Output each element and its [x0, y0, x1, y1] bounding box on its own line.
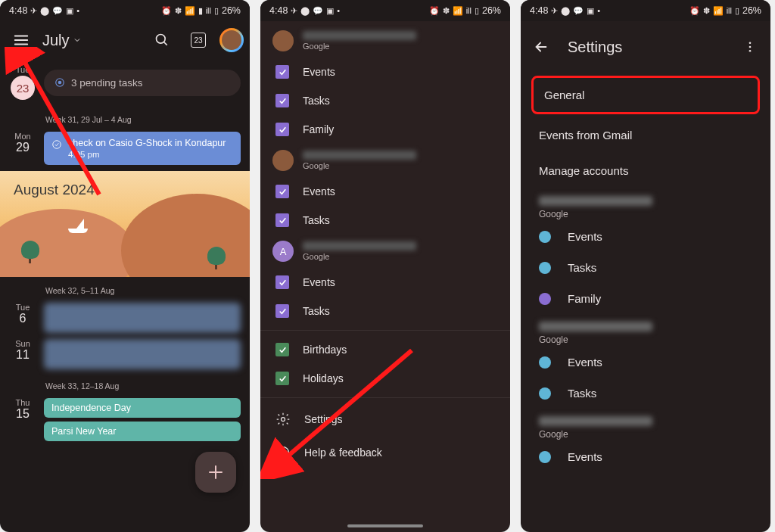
event-independence-day[interactable]: Independence Day	[44, 398, 241, 418]
divider	[260, 397, 510, 398]
drawer-calendar-tasks[interactable]: Tasks	[260, 297, 510, 325]
hamburger-menu-icon[interactable]	[6, 25, 36, 55]
settings-calendar-events[interactable]: Events	[521, 347, 770, 378]
more-vert-icon[interactable]	[739, 32, 761, 62]
account-avatar-icon	[272, 30, 294, 51]
drawer-calendar-events[interactable]: Events	[260, 58, 510, 86]
checkbox-checked-icon[interactable]	[275, 372, 289, 385]
checkbox-checked-icon[interactable]	[275, 65, 289, 79]
checkbox-checked-icon[interactable]	[275, 123, 289, 136]
color-bullet-icon	[539, 293, 551, 305]
status-bar: 4:48 ✈⬤💬▣• ⏰✽📶ill▯ 26%	[260, 0, 510, 21]
checkbox-checked-icon[interactable]	[275, 213, 289, 227]
drawer-help-feedback[interactable]: Help & feedback	[260, 436, 510, 469]
checkbox-checked-icon[interactable]	[275, 343, 289, 356]
drawer-calendar-events[interactable]: Events	[260, 177, 510, 206]
month-hero-august: August 2024	[0, 171, 250, 277]
event-row[interactable]: Mon 29 check on Casio G-Shock in Kondapu…	[0, 129, 250, 168]
signal2-icon: ill	[206, 7, 211, 15]
today-number: 23	[191, 33, 206, 48]
account-email-blurred	[303, 31, 416, 40]
account-avatar[interactable]	[219, 28, 244, 52]
drawer-calendar-tasks[interactable]: Tasks	[260, 86, 510, 115]
week-label: Week 33, 12–18 Aug	[0, 372, 250, 395]
settings-calendar-family[interactable]: Family	[521, 283, 770, 314]
account-provider: Google	[539, 209, 752, 219]
settings-calendar-events[interactable]: Events	[521, 221, 770, 252]
svg-point-10	[749, 50, 752, 52]
checkbox-checked-icon[interactable]	[275, 275, 289, 289]
search-icon[interactable]	[147, 25, 177, 55]
chat-icon: 💬	[52, 7, 63, 15]
more-icon: •	[76, 7, 79, 15]
gesture-nav-bar[interactable]	[347, 524, 423, 527]
blurred-event[interactable]	[44, 303, 241, 333]
checkbox-checked-icon[interactable]	[275, 304, 289, 318]
svg-point-8	[749, 42, 752, 44]
settings-general-highlighted[interactable]: General	[531, 76, 760, 114]
today-circle: 23	[11, 76, 35, 100]
drawer-calendar-events[interactable]: Events	[260, 268, 510, 297]
help-icon	[275, 445, 291, 460]
settings-manage-accounts[interactable]: Manage accounts	[521, 153, 770, 188]
wifi-icon: 📶	[185, 7, 195, 15]
drawer-account-row[interactable]: Google	[260, 24, 510, 58]
pending-tasks-row[interactable]: Tue 23 3 pending tasks	[0, 59, 250, 106]
settings-calendar-tasks[interactable]: Tasks	[521, 378, 770, 409]
account-email-blurred	[539, 196, 652, 206]
status-bar: 4:48 ✈ ⬤ 💬 ▣ • ⏰ ✽ 📶 ▮ ill ▯ 26%	[0, 0, 250, 21]
today-button[interactable]: 23	[183, 25, 213, 55]
telegram-icon: ✈	[30, 7, 37, 15]
month-dropdown[interactable]: July	[42, 32, 82, 49]
svg-point-5	[282, 418, 285, 422]
notif-icon: ⬤	[40, 7, 49, 15]
battery-pct: 26%	[222, 5, 241, 16]
color-bullet-icon	[539, 387, 551, 400]
signal-icon: ▮	[198, 7, 203, 15]
calendar-topbar: July 23	[0, 21, 250, 59]
color-bullet-icon	[539, 451, 551, 463]
account-avatar-letter: A	[272, 241, 294, 262]
settings-calendar-tasks[interactable]: Tasks	[521, 252, 770, 283]
settings-calendar-events[interactable]: Events	[521, 441, 770, 472]
drawer-account-row[interactable]: A Google	[260, 235, 510, 268]
status-bar: 4:48 ✈⬤💬▣• ⏰✽📶ill▯ 26%	[521, 0, 770, 21]
create-event-fab[interactable]	[195, 452, 236, 493]
checkbox-checked-icon[interactable]	[275, 94, 289, 107]
task-circle-icon	[54, 77, 65, 88]
event-time: 4:05 pm	[68, 150, 226, 159]
month-hero-title: August 2024	[14, 182, 95, 198]
divider	[260, 330, 510, 331]
drawer-holidays[interactable]: Holidays	[260, 364, 510, 393]
week-label: Week 31, 29 Jul – 4 Aug	[0, 106, 250, 129]
account-email-blurred	[303, 151, 416, 160]
battery-icon: ▯	[214, 7, 219, 15]
account-provider: Google	[303, 42, 416, 51]
settings-account-section: Google	[521, 314, 770, 347]
week-label: Week 32, 5–11 Aug	[0, 277, 250, 300]
task-check-icon	[51, 139, 62, 150]
settings-header: Settings	[521, 21, 770, 73]
back-arrow-icon[interactable]	[530, 32, 552, 62]
drawer-calendar-tasks[interactable]: Tasks	[260, 206, 510, 235]
color-bullet-icon	[539, 262, 551, 274]
color-bullet-icon	[539, 231, 551, 243]
event-parsi-new-year[interactable]: Parsi New Year	[44, 422, 241, 441]
event-title: check on Casio G-Shock in Kondapur	[68, 138, 226, 148]
drawer-account-row[interactable]: Google	[260, 144, 510, 177]
drawer-birthdays[interactable]: Birthdays	[260, 335, 510, 364]
drawer-calendar-family[interactable]: Family	[260, 115, 510, 144]
settings-events-from-gmail[interactable]: Events from Gmail	[521, 117, 770, 153]
account-email-blurred	[303, 241, 416, 250]
app-icon: ▣	[66, 7, 73, 15]
blurred-event[interactable]	[44, 339, 241, 369]
settings-account-section: Google	[521, 409, 770, 441]
screen-navigation-drawer: 4:48 ✈⬤💬▣• ⏰✽📶ill▯ 26% Google Events Tas…	[260, 0, 510, 532]
month-label-text: July	[42, 32, 70, 49]
drawer-settings[interactable]: Settings	[260, 403, 510, 436]
settings-general-label: General	[544, 89, 584, 101]
color-bullet-icon	[539, 356, 551, 369]
checkbox-checked-icon[interactable]	[275, 185, 289, 198]
account-email-blurred	[539, 416, 652, 426]
svg-point-3	[53, 141, 61, 149]
